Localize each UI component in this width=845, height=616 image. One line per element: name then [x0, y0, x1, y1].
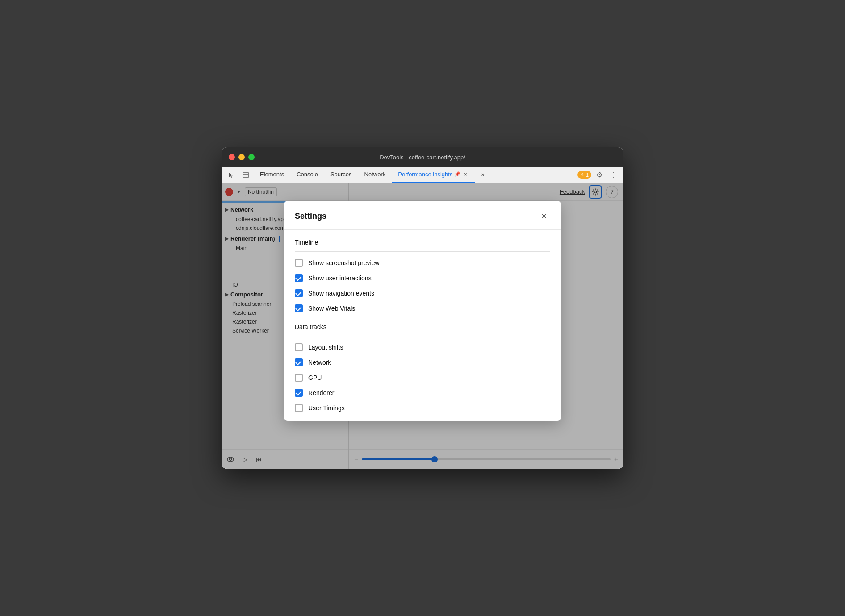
minimize-button[interactable] — [238, 154, 245, 160]
svg-rect-0 — [243, 172, 248, 178]
tab-more[interactable]: » — [475, 167, 491, 183]
option-label: Layout shifts — [308, 344, 343, 351]
close-button[interactable] — [229, 154, 235, 160]
tab-actions: ⚠ 1 ⚙ ⋮ — [577, 169, 620, 181]
option-label: Show screenshot preview — [308, 259, 380, 266]
data-tracks-divider — [295, 336, 550, 336]
checkbox-web-vitals[interactable] — [295, 304, 303, 312]
main-content: ▼ No throttlin ▶ Network — [222, 183, 623, 469]
option-screenshot-preview[interactable]: Show screenshot preview — [295, 259, 550, 267]
timeline-section-title: Timeline — [295, 239, 550, 246]
tab-performance-insights[interactable]: Performance insights 📌 × — [392, 167, 475, 183]
titlebar: DevTools - coffee-cart.netlify.app/ — [222, 147, 623, 167]
window-title: DevTools - coffee-cart.netlify.app/ — [380, 154, 465, 161]
tab-network[interactable]: Network — [358, 167, 392, 183]
maximize-button[interactable] — [248, 154, 255, 160]
option-navigation-events[interactable]: Show navigation events — [295, 289, 550, 297]
issue-badge[interactable]: ⚠ 1 — [577, 171, 591, 179]
modal-overlay[interactable]: Settings × Timeline Show screenshot prev… — [222, 183, 623, 469]
settings-modal: Settings × Timeline Show screenshot prev… — [284, 201, 561, 421]
tabs-bar: Elements Console Sources Network Perform… — [222, 167, 623, 183]
modal-header: Settings × — [284, 201, 561, 230]
option-network[interactable]: Network — [295, 358, 550, 366]
option-web-vitals[interactable]: Show Web Vitals — [295, 304, 550, 312]
option-gpu[interactable]: GPU — [295, 374, 550, 382]
option-renderer[interactable]: Renderer — [295, 389, 550, 397]
option-label: GPU — [308, 374, 322, 381]
checkbox-user-interactions[interactable] — [295, 274, 303, 282]
checkbox-user-timings[interactable] — [295, 404, 303, 412]
traffic-lights — [229, 154, 255, 160]
close-tab-button[interactable]: × — [462, 171, 469, 178]
cursor-icon[interactable] — [225, 169, 238, 181]
modal-close-button[interactable]: × — [538, 210, 550, 222]
dock-icon[interactable] — [239, 169, 252, 181]
option-label: Show navigation events — [308, 290, 374, 297]
option-label: Show Web Vitals — [308, 305, 355, 312]
more-options-icon-btn[interactable]: ⋮ — [607, 169, 620, 181]
checkbox-navigation-events[interactable] — [295, 289, 303, 297]
option-label: Network — [308, 359, 331, 366]
devtools-window: DevTools - coffee-cart.netlify.app/ Elem… — [222, 147, 623, 469]
option-layout-shifts[interactable]: Layout shifts — [295, 343, 550, 351]
pin-icon: 📌 — [454, 171, 460, 177]
option-user-timings[interactable]: User Timings — [295, 404, 550, 412]
timeline-divider — [295, 251, 550, 252]
option-label: Show user interactions — [308, 275, 372, 282]
option-label: Renderer — [308, 389, 334, 396]
data-tracks-section-title: Data tracks — [295, 323, 550, 330]
option-user-interactions[interactable]: Show user interactions — [295, 274, 550, 282]
settings-icon-btn[interactable]: ⚙ — [593, 169, 606, 181]
checkbox-screenshot-preview[interactable] — [295, 259, 303, 267]
option-label: User Timings — [308, 404, 345, 412]
devtools-body: Elements Console Sources Network Perform… — [222, 167, 623, 469]
modal-body: Timeline Show screenshot preview Show us… — [284, 230, 561, 421]
tab-console[interactable]: Console — [290, 167, 324, 183]
modal-title: Settings — [295, 212, 326, 221]
tab-elements[interactable]: Elements — [254, 167, 290, 183]
checkbox-gpu[interactable] — [295, 374, 303, 382]
checkbox-network[interactable] — [295, 358, 303, 366]
tab-sources[interactable]: Sources — [324, 167, 358, 183]
checkbox-renderer[interactable] — [295, 389, 303, 397]
checkbox-layout-shifts[interactable] — [295, 343, 303, 351]
